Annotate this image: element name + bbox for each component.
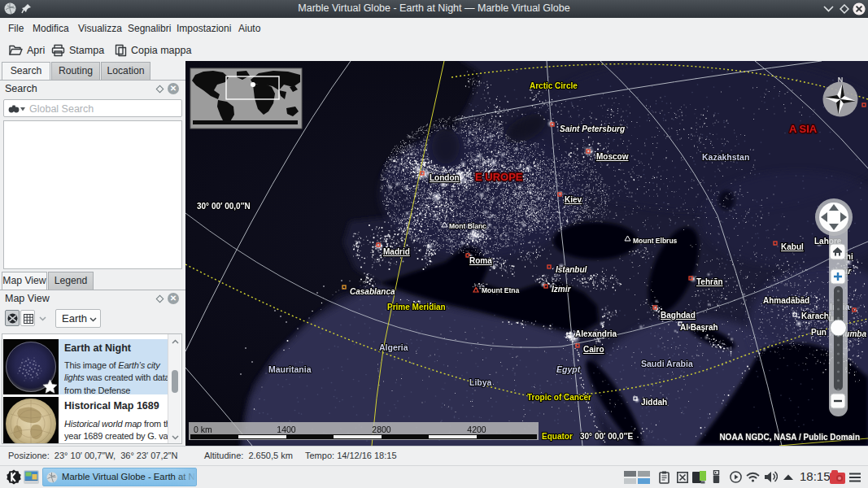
svg-text:London: London	[430, 173, 460, 182]
svg-text:Izmir: Izmir	[552, 285, 571, 294]
svg-text:Egypt: Egypt	[556, 364, 581, 374]
svg-text:Mauritania: Mauritania	[268, 364, 312, 374]
svg-text:Roma: Roma	[469, 256, 492, 265]
svg-text:Saudi Arabia: Saudi Arabia	[641, 359, 693, 368]
svg-text:30° 00′ 00,0″N: 30° 00′ 00,0″N	[197, 202, 251, 211]
svg-text:E UROPE: E UROPE	[475, 171, 523, 183]
svg-text:1400: 1400	[277, 425, 296, 434]
svg-text:NOAA NGDC, NASA / Public Domai: NOAA NGDC, NASA / Public Domain	[719, 433, 860, 442]
svg-text:A SIA: A SIA	[789, 123, 818, 135]
svg-text:Prime Meridian: Prime Meridian	[387, 303, 446, 312]
svg-text:Ahmadābād: Ahmadābād	[763, 296, 809, 305]
svg-text:Algeria: Algeria	[379, 342, 408, 352]
svg-text:Arctic Circle: Arctic Circle	[530, 81, 578, 90]
svg-text:Istanbul: Istanbul	[556, 265, 587, 274]
svg-text:Alexandria: Alexandria	[575, 329, 617, 338]
svg-text:Pun: Pun	[811, 328, 827, 337]
svg-text:4200: 4200	[467, 425, 486, 434]
svg-text:Cairo: Cairo	[583, 345, 604, 354]
svg-text:Equator: Equator	[542, 432, 573, 441]
svg-text:Tropic of Cancer: Tropic of Cancer	[527, 393, 591, 402]
svg-text:30° 00′ 00,0″E: 30° 00′ 00,0″E	[580, 432, 633, 441]
svg-text:Baghdad: Baghdad	[661, 311, 696, 320]
svg-text:Madrid: Madrid	[383, 247, 410, 256]
svg-text:Libya: Libya	[469, 377, 492, 387]
svg-text:Kiev: Kiev	[565, 195, 582, 204]
svg-text:Moscow: Moscow	[596, 152, 629, 161]
svg-text:Casablanca: Casablanca	[350, 287, 395, 296]
svg-text:Karachi: Karachi	[801, 312, 831, 320]
svg-text:Mont Blanc: Mont Blanc	[449, 222, 486, 230]
svg-text:Kabul: Kabul	[781, 242, 804, 251]
svg-text:0 km: 0 km	[194, 425, 212, 434]
svg-text:Kazakhstan: Kazakhstan	[702, 152, 749, 162]
svg-text:Tehrān: Tehrān	[696, 277, 723, 286]
svg-text:Jiddah: Jiddah	[641, 398, 667, 407]
svg-text:Al Başrah: Al Başrah	[680, 323, 718, 332]
svg-text:2800: 2800	[372, 425, 391, 434]
svg-text:Saint Petersburg: Saint Petersburg	[560, 124, 625, 133]
svg-text:Mount Elbrus: Mount Elbrus	[633, 237, 678, 245]
svg-text:Mount Etna: Mount Etna	[482, 286, 520, 294]
